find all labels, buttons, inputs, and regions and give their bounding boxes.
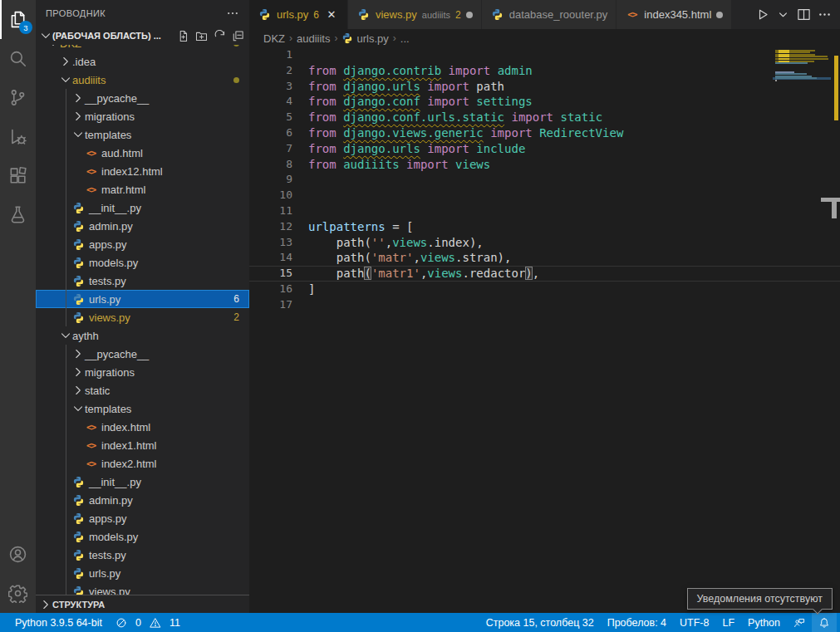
tree-item-.idea[interactable]: .idea bbox=[36, 52, 249, 71]
code-line-7[interactable]: 7from django.urls import include bbox=[249, 141, 840, 157]
tree-item-templates[interactable]: templates bbox=[36, 125, 249, 144]
tree-item-tests.py[interactable]: tests.py bbox=[36, 546, 249, 564]
tree-item-apps.py[interactable]: apps.py bbox=[36, 235, 249, 253]
tab-views.py[interactable]: views.pyaudiiits2 bbox=[348, 0, 482, 29]
code-line-3[interactable]: 3from django.urls import path bbox=[249, 79, 840, 95]
close-icon[interactable]: ✕ bbox=[324, 8, 339, 21]
html-icon: <> bbox=[84, 420, 98, 434]
code-editor[interactable]: 12from django.contrib import admin3from … bbox=[249, 47, 840, 613]
code-token: , bbox=[386, 236, 392, 249]
tab-database-roouter.py[interactable]: database_roouter.py bbox=[482, 0, 617, 29]
code-line-12[interactable]: 12urlpatterns = [ bbox=[249, 219, 840, 235]
tree-item-dkz[interactable]: DKZ bbox=[36, 45, 249, 52]
tree-item-static[interactable]: static bbox=[36, 381, 249, 399]
code-line-10[interactable]: 10 bbox=[249, 188, 840, 203]
more-icon[interactable] bbox=[818, 7, 832, 22]
code-line-8[interactable]: 8from audiiits import views bbox=[249, 157, 840, 173]
breadcrumb-item-label: urls.py bbox=[356, 32, 388, 45]
tree-item-models.py[interactable]: models.py bbox=[36, 527, 249, 546]
status-eol[interactable]: LF bbox=[715, 613, 741, 632]
breadcrumb-item-dkz[interactable]: DKZ bbox=[263, 32, 285, 45]
status-language-mode[interactable]: Python bbox=[741, 613, 787, 632]
chevron-down-icon bbox=[59, 73, 72, 86]
activity-item-explorer[interactable]: 3 bbox=[0, 0, 36, 39]
breadcrumb-item-...[interactable]: ... bbox=[400, 32, 410, 45]
line-text: from django.urls import path bbox=[308, 79, 504, 95]
code-line-17[interactable]: 17 bbox=[249, 297, 840, 313]
tree-item-index.html[interactable]: <>index.html bbox=[36, 418, 249, 436]
editor-actions bbox=[755, 0, 840, 29]
breadcrumb-item-urls.py[interactable]: urls.py bbox=[341, 32, 388, 45]
tree-item-label: __pycache__ bbox=[85, 348, 149, 360]
run-icon[interactable] bbox=[755, 7, 769, 22]
code-line-2[interactable]: 2from django.contrib import admin bbox=[249, 63, 840, 79]
tree-item-migrations[interactable]: migrations bbox=[36, 363, 249, 381]
new-file-icon[interactable] bbox=[177, 30, 189, 42]
code-line-9[interactable]: 9 bbox=[249, 172, 840, 188]
tree-item--pycache-[interactable]: __pycache__ bbox=[36, 89, 249, 107]
tab-urls.py[interactable]: urls.py6✕ bbox=[249, 0, 348, 29]
activity-item-testing[interactable] bbox=[0, 195, 36, 234]
status-indentation[interactable]: Пробелов: 4 bbox=[601, 613, 673, 632]
code-line-4[interactable]: 4from django.conf import settings bbox=[249, 94, 840, 110]
breadcrumb-item-audiiits[interactable]: audiiits bbox=[297, 32, 330, 45]
tree-item-matr.html[interactable]: <>matr.html bbox=[36, 180, 249, 198]
tree-item-index12.html[interactable]: <>index12.html bbox=[36, 162, 249, 180]
tree-item-index1.html[interactable]: <>index1.html bbox=[36, 436, 249, 454]
editor-group: urls.py6✕views.pyaudiiits2database_roout… bbox=[249, 0, 840, 613]
code-line-11[interactable]: 11 bbox=[249, 203, 840, 219]
tree-item-models.py[interactable]: models.py bbox=[36, 253, 249, 272]
activity-item-settings[interactable] bbox=[0, 574, 36, 613]
activity-item-source-control[interactable] bbox=[0, 78, 36, 117]
flask-icon bbox=[8, 205, 27, 224]
code-line-1[interactable]: 1 bbox=[249, 47, 840, 63]
tree-item-apps.py[interactable]: apps.py bbox=[36, 509, 249, 527]
outline-section-header[interactable]: СТРУКТУРА bbox=[36, 595, 249, 613]
tree-item--pycache-[interactable]: __pycache__ bbox=[36, 345, 249, 363]
status-feedback[interactable] bbox=[787, 613, 812, 632]
minimap-line bbox=[775, 80, 777, 81]
tree-item-admin.py[interactable]: admin.py bbox=[36, 491, 249, 509]
activity-item-search[interactable] bbox=[0, 39, 36, 78]
tree-item-views.py[interactable]: views.py2 bbox=[36, 308, 249, 326]
tree-item-urls.py[interactable]: urls.py bbox=[36, 564, 249, 582]
code-line-5[interactable]: 5from django.conf.urls.static import sta… bbox=[249, 110, 840, 125]
tree-item-views.py[interactable]: views.py bbox=[36, 582, 249, 595]
collapse-all-icon[interactable] bbox=[232, 30, 244, 42]
tree-item-templates[interactable]: templates bbox=[36, 399, 249, 418]
status-python-version[interactable]: Python 3.9.5 64-bit bbox=[8, 613, 109, 632]
activity-item-run-debug[interactable] bbox=[0, 117, 36, 156]
tab-index345.html[interactable]: <>index345.html bbox=[616, 0, 732, 29]
tree-item-label: index2.html bbox=[101, 458, 156, 470]
code-line-14[interactable]: 14 path('matr',views.stran), bbox=[249, 250, 840, 266]
tree-item-audiiits[interactable]: audiiits bbox=[36, 71, 249, 89]
status-cursor-position[interactable]: Строка 15, столбец 32 bbox=[479, 613, 601, 632]
code-line-6[interactable]: 6from django.views.generic import Redire… bbox=[249, 125, 840, 141]
refresh-icon[interactable] bbox=[214, 30, 226, 42]
tree-item-admin.py[interactable]: admin.py bbox=[36, 217, 249, 235]
more-icon[interactable] bbox=[226, 7, 239, 20]
activity-item-account[interactable] bbox=[0, 535, 36, 574]
tree-item-label: aud.html bbox=[101, 147, 143, 159]
status-notifications[interactable] bbox=[812, 613, 837, 632]
tree-item-aud.html[interactable]: <>aud.html bbox=[36, 144, 249, 162]
tree-item--init-.py[interactable]: __init__.py bbox=[36, 473, 249, 491]
status-encoding[interactable]: UTF-8 bbox=[673, 613, 715, 632]
tree-item-migrations[interactable]: migrations bbox=[36, 107, 249, 125]
activity-item-extensions[interactable] bbox=[0, 156, 36, 195]
tree-item-tests.py[interactable]: tests.py bbox=[36, 272, 249, 290]
new-folder-icon[interactable] bbox=[195, 30, 208, 42]
tree-item-aythh[interactable]: aythh bbox=[36, 326, 249, 345]
code-line-15[interactable]: 15 path('matr1',views.redactor), bbox=[249, 266, 840, 282]
code-line-16[interactable]: 16] bbox=[249, 282, 840, 297]
status-problems[interactable]: 011 bbox=[109, 613, 192, 632]
tree-item-urls.py[interactable]: urls.py6 bbox=[36, 290, 249, 308]
workspace-section-header[interactable]: (РАБОЧАЯ ОБЛАСТЬ) ... bbox=[36, 27, 249, 45]
split-editor-icon[interactable] bbox=[797, 7, 811, 22]
minimap[interactable] bbox=[773, 47, 831, 155]
code-token bbox=[490, 64, 497, 77]
tree-item-index2.html[interactable]: <>index2.html bbox=[36, 454, 249, 473]
tree-item--init-.py[interactable]: __init__.py bbox=[36, 198, 249, 217]
chevron-down-icon[interactable] bbox=[776, 7, 790, 22]
code-line-13[interactable]: 13 path('',views.index), bbox=[249, 235, 840, 251]
